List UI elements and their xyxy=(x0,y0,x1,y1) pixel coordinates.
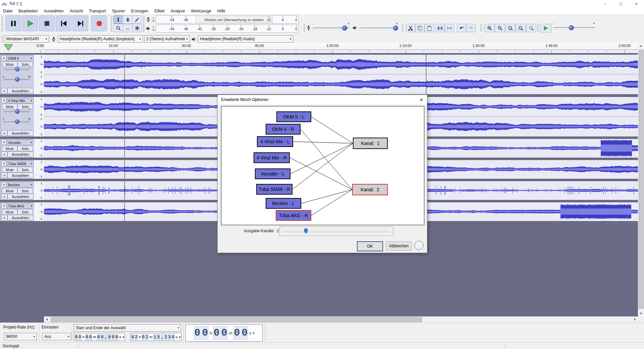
track-close-button[interactable]: ✕ xyxy=(1,140,7,145)
menu-hilfe[interactable]: Hilfe xyxy=(214,8,228,14)
tools-grip[interactable] xyxy=(111,16,112,32)
time-digit[interactable]: 0 xyxy=(85,334,89,340)
slider-thumb[interactable] xyxy=(304,229,308,234)
help-button[interactable]: ? xyxy=(414,241,424,250)
dialog-close-button[interactable]: ✕ xyxy=(418,97,424,103)
time-digit[interactable]: , xyxy=(161,334,164,340)
time-digit[interactable]: 2 xyxy=(145,334,149,340)
playback-meter[interactable]: LR -54-48-42-36-30-24-18-12-60 xyxy=(145,24,303,33)
playback-device-select[interactable]: Headphone (Realtek(R) Audio)▼ xyxy=(198,35,293,43)
menu-bearbeiten[interactable]: Bearbeiten xyxy=(15,8,41,14)
mixer-node-becken-l[interactable]: Becken - L xyxy=(266,198,301,209)
menu-transport[interactable]: Transport xyxy=(86,8,109,14)
mixer-node-4-vinyl-mix-l[interactable]: 4 Vinyl Mix - L xyxy=(257,136,293,147)
collapse-button[interactable]: ▲ xyxy=(1,172,7,178)
time-digit[interactable]: 0 xyxy=(171,334,175,340)
collapse-button[interactable]: ▲ xyxy=(1,194,7,199)
mixer-node-okm-ii-r[interactable]: OKM II - R xyxy=(266,124,301,135)
time-digit[interactable]: 0 xyxy=(75,334,78,340)
time-digit[interactable]: 0 xyxy=(101,334,104,340)
time-digit[interactable]: 0 xyxy=(220,326,228,340)
select-button[interactable]: Auswählen xyxy=(7,88,34,94)
menu-analyse[interactable]: Analyse xyxy=(168,8,188,14)
vertical-ruler[interactable]: 10-110-1 xyxy=(34,97,44,137)
minimize-button[interactable]: – xyxy=(598,0,613,7)
ok-button[interactable]: OK xyxy=(357,241,383,251)
track-close-button[interactable]: ✕ xyxy=(1,55,7,61)
panel-slider[interactable]: -+ xyxy=(3,66,31,72)
track-close-button[interactable]: ✕ xyxy=(1,98,7,103)
playback-volume-slider[interactable]: -+ xyxy=(360,24,398,32)
select-button[interactable]: Auswählen xyxy=(7,172,34,178)
output-channels-slider[interactable] xyxy=(279,227,393,236)
track-title-menu[interactable]: OKM II▼ xyxy=(7,55,34,61)
time-digit[interactable]: 2 xyxy=(164,334,167,340)
mixer-node-vocoder-l[interactable]: Vocoder - L xyxy=(255,168,290,179)
dialog-resize-grip[interactable]: ⋱ xyxy=(423,249,426,252)
waveform-canvas[interactable] xyxy=(44,55,638,74)
select-button[interactable]: Auswählen xyxy=(7,130,34,136)
collapse-button[interactable]: ▲ xyxy=(1,88,7,94)
zoom-tool-button[interactable] xyxy=(113,24,123,32)
menu-datei[interactable]: Datei xyxy=(0,8,15,14)
mixer-channel-2[interactable]: Kanal: 2 xyxy=(352,184,388,195)
timeline-ruler[interactable]: 0:0015:0030:0045:001:00:001:15:001:30:00… xyxy=(44,43,638,53)
zoom-out-button[interactable] xyxy=(495,24,505,32)
trim-audio-button[interactable] xyxy=(435,24,445,32)
horizontal-scrollbar[interactable] xyxy=(44,316,638,322)
monitoring-overlay[interactable]: Klicken um Überwachung zu starten xyxy=(196,16,273,23)
vertical-ruler[interactable]: 10-1 xyxy=(34,139,44,158)
vertical-ruler[interactable]: 10-1 xyxy=(34,160,44,179)
time-digit[interactable]: 0 xyxy=(213,326,220,340)
select-button[interactable]: Auswählen xyxy=(7,151,34,157)
track-close-button[interactable]: ✕ xyxy=(1,182,7,187)
mixer-node-4-vinyl-mix-r[interactable]: 4 Vinyl Mix - R xyxy=(254,152,290,163)
select-button[interactable]: Auswählen xyxy=(7,215,34,220)
undo-button[interactable]: ↶ xyxy=(457,24,466,32)
vertical-scrollbar[interactable] xyxy=(638,43,644,316)
device-grip[interactable] xyxy=(1,36,3,42)
select-button[interactable]: Auswählen xyxy=(7,194,34,199)
track-title-menu[interactable]: Becken▼ xyxy=(7,182,34,188)
time-digit[interactable]: 1 xyxy=(153,334,157,340)
project-rate-select[interactable]: 96000▼ xyxy=(4,333,37,340)
timeshift-tool-button[interactable]: ↔ xyxy=(123,24,132,32)
mixer-node-tuba-sm58-r[interactable]: Tuba SM58 - R xyxy=(256,184,292,195)
paste-button[interactable] xyxy=(425,24,434,32)
collapse-button[interactable]: ▲ xyxy=(1,130,7,136)
solo-button[interactable]: Solo xyxy=(17,209,33,215)
snap-select[interactable]: Aus▼ xyxy=(42,333,71,340)
recording-volume-slider[interactable]: -+ xyxy=(313,24,350,32)
zoom-in-button[interactable] xyxy=(484,24,495,32)
copy-button[interactable] xyxy=(415,24,425,32)
collapse-button[interactable]: ▲ xyxy=(1,215,7,220)
menu-erzeugen[interactable]: Erzeugen xyxy=(128,8,151,14)
maximize-button[interactable]: ▢ xyxy=(613,0,629,7)
spinner-icon[interactable] xyxy=(179,335,181,339)
time-digit[interactable]: 0 xyxy=(241,326,248,340)
transport-grip[interactable] xyxy=(1,16,3,32)
recording-meter-scale[interactable]: Klicken um Überwachung zu starten -54-48… xyxy=(156,15,299,23)
selection-tool-button[interactable]: I xyxy=(113,15,123,24)
track-title-menu[interactable]: 4 Vinyl Mix▼ xyxy=(7,98,34,103)
mixer-channel-1[interactable]: Kanal: 1 xyxy=(353,138,388,149)
play-button[interactable] xyxy=(22,15,38,31)
waveform-canvas[interactable] xyxy=(44,74,638,94)
vertical-ruler[interactable]: 10-1 xyxy=(34,202,44,221)
track-title-menu[interactable]: Vocoder▼ xyxy=(7,140,34,145)
draw-tool-button[interactable] xyxy=(132,15,142,24)
pause-button[interactable] xyxy=(5,15,21,31)
selection-end-field[interactable]: 02h02m15,230s xyxy=(130,333,181,341)
mute-button[interactable]: Mute xyxy=(2,167,17,172)
close-button[interactable]: ✕ xyxy=(629,0,644,7)
cancel-button[interactable]: Abbrechen xyxy=(386,241,412,251)
collapse-button[interactable]: ▲ xyxy=(1,151,7,157)
selection-start-field[interactable]: 00h00m00,000s xyxy=(74,333,125,341)
time-digit[interactable]: 0 xyxy=(111,334,115,340)
panel-slider[interactable]: LR xyxy=(3,76,31,82)
mixer-graph-panel[interactable]: OKM II - LOKM II - R4 Vinyl Mix - L4 Vin… xyxy=(221,106,424,225)
mixer-node-tuba-akg-r[interactable]: Tuba AKG - R xyxy=(276,210,311,221)
track-title-menu[interactable]: Tuba SM58▼ xyxy=(7,161,34,166)
record-button[interactable] xyxy=(91,15,107,31)
time-digit[interactable]: 0 xyxy=(201,326,209,340)
